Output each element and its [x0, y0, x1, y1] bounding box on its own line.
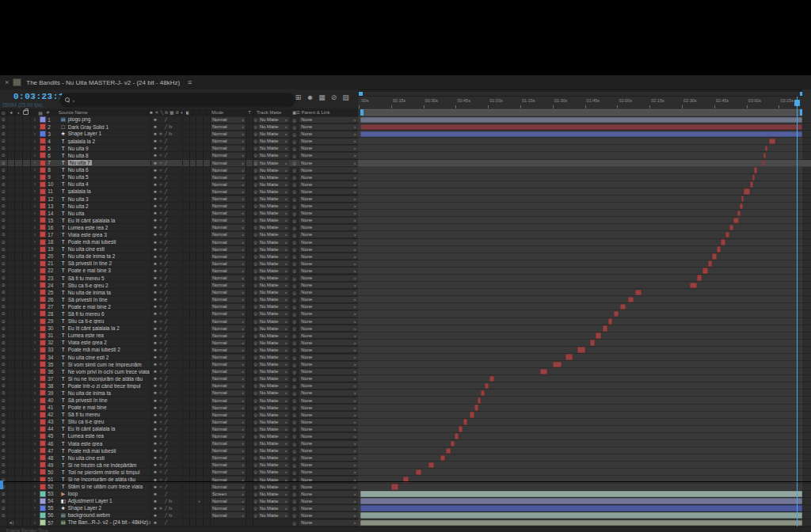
layer-source-name[interactable]: ★Shape Layer 2: [60, 505, 150, 511]
shy-switch[interactable]: ☻: [153, 348, 158, 352]
layer-solo-toggle[interactable]: [15, 426, 23, 432]
layer-duration-bar[interactable]: [481, 390, 485, 397]
layer-parent-link[interactable]: None∨: [299, 196, 358, 202]
layer-switch-cell[interactable]: [190, 354, 197, 360]
shy-switch[interactable]: ☻: [153, 203, 158, 208]
layer-source-name[interactable]: TNe vom privi în ochi cum trece viața: [60, 369, 150, 374]
layer-duration-bar[interactable]: [762, 160, 764, 166]
layer-solo-toggle[interactable]: [15, 491, 23, 497]
layer-lock-toggle[interactable]: [23, 491, 31, 497]
layer-blend-mode[interactable]: Normal∨: [211, 441, 246, 446]
layer-row-left[interactable]: ⊙›19TNu uita cine ești☻☀╱fxNormal∨◎No Ma…: [0, 246, 358, 253]
mode-column-header[interactable]: Mode: [207, 110, 246, 115]
layer-row-left[interactable]: ⊙›44TEu îți cânt şalalala la☻☀╱fxNormal∨…: [0, 426, 358, 433]
layer-switch-cell[interactable]: [190, 469, 197, 475]
layer-switches[interactable]: ☻☀╱fx: [150, 412, 183, 417]
layer-audio-toggle[interactable]: [8, 231, 16, 238]
layer-duration-bar[interactable]: [769, 139, 775, 145]
layer-solo-toggle[interactable]: [15, 210, 23, 216]
layer-audio-toggle[interactable]: [8, 375, 16, 382]
quality-icon[interactable]: ╲: [161, 110, 163, 115]
layer-expand-arrow[interactable]: ›: [31, 225, 40, 230]
layer-blend-mode[interactable]: Normal∨: [211, 246, 246, 252]
layer-parent-link[interactable]: None∨: [299, 131, 358, 137]
collapse-switch[interactable]: ☀: [159, 333, 163, 338]
layer-lock-toggle[interactable]: [23, 231, 31, 238]
layer-label-swatch[interactable]: [40, 462, 48, 468]
layer-parent-pickwhip[interactable]: ◎: [289, 167, 300, 173]
layer-preserve-transparency[interactable]: [246, 131, 253, 137]
layer-audio-toggle[interactable]: [8, 131, 16, 137]
layer-track-matte[interactable]: ◎No Matte∨: [253, 462, 289, 468]
quality-switch[interactable]: ╱: [165, 326, 167, 331]
layer-switch-cell[interactable]: [190, 203, 197, 209]
label-color-swatch[interactable]: [40, 390, 46, 396]
time-navigator[interactable]: [358, 91, 811, 97]
layer-row-track[interactable]: [358, 275, 811, 282]
layer-switch-cell[interactable]: [183, 505, 190, 511]
layer-expand-arrow[interactable]: ›: [31, 455, 40, 461]
layer-parent-link[interactable]: None∨: [299, 239, 358, 245]
layer-visibility-toggle[interactable]: ⊙: [0, 318, 8, 325]
layer-row-track[interactable]: [358, 296, 811, 303]
layer-solo-toggle[interactable]: [15, 289, 23, 295]
layer-source-name[interactable]: TNu uita 2: [60, 203, 150, 209]
layer-expand-arrow[interactable]: ›: [31, 232, 40, 238]
shy-switch[interactable]: ☻: [153, 398, 158, 403]
fx-switch[interactable]: fx: [169, 124, 172, 129]
layer-switch-cell[interactable]: [190, 512, 197, 519]
layer-expand-arrow[interactable]: ›: [31, 355, 40, 360]
layer-parent-pickwhip[interactable]: ◎: [289, 491, 300, 496]
motion-blur-icon[interactable]: ⊘: [175, 110, 179, 115]
layer-switches[interactable]: ☻☀╱fx: [150, 340, 183, 345]
layer-lock-toggle[interactable]: [23, 354, 31, 360]
shy-switch[interactable]: ☻: [153, 124, 158, 129]
layer-track-matte[interactable]: ◎No Matte∨: [253, 441, 289, 446]
layer-label-swatch[interactable]: [40, 332, 48, 339]
layer-switch-cell[interactable]: [183, 217, 190, 223]
label-color-swatch[interactable]: [40, 310, 46, 317]
layer-switch-cell[interactable]: [190, 210, 197, 216]
layer-blend-mode[interactable]: Normal∨: [211, 325, 246, 331]
layer-label-swatch[interactable]: [40, 160, 48, 166]
layer-name-text[interactable]: Eu îți cânt şalalala la 2: [68, 325, 120, 331]
collapse-switch[interactable]: ☀: [159, 203, 163, 208]
collapse-switch[interactable]: ☀: [159, 211, 163, 215]
layer-audio-toggle[interactable]: [8, 469, 16, 475]
layer-track-matte[interactable]: ◎No Matte∨: [253, 174, 289, 180]
shy-switch[interactable]: ☻: [153, 420, 158, 424]
layer-visibility-toggle[interactable]: ⊙: [0, 217, 8, 223]
layer-row-track[interactable]: [358, 282, 811, 289]
layer-name-text[interactable]: plogo.png: [68, 116, 91, 122]
layer-audio-toggle[interactable]: [8, 347, 16, 353]
layer-source-name[interactable]: TViața este grea: [60, 441, 150, 446]
layer-source-name[interactable]: TSă privești în tine: [60, 297, 150, 302]
layer-label-swatch[interactable]: [40, 325, 48, 332]
layer-parent-link[interactable]: None∨: [299, 139, 358, 144]
layer-preserve-transparency[interactable]: [246, 210, 253, 216]
layer-parent-link[interactable]: None∨: [299, 397, 358, 403]
layer-switch-cell[interactable]: [190, 419, 197, 425]
navigator-start-handle[interactable]: [359, 92, 363, 96]
layer-track-matte[interactable]: ◎No Matte∨: [253, 340, 289, 345]
layer-solo-toggle[interactable]: [15, 433, 23, 439]
layer-source-name[interactable]: TNu uita 8: [60, 153, 150, 158]
layer-preserve-transparency[interactable]: [246, 397, 253, 404]
layer-name-text[interactable]: Lumea este rea: [68, 433, 104, 439]
layer-row-left[interactable]: ⊙›14TNu uita☻☀╱fxNormal∨◎No Matte∨◎None∨: [0, 210, 358, 217]
layer-solo-toggle[interactable]: [15, 469, 23, 475]
layer-label-swatch[interactable]: [40, 231, 48, 238]
layer-switch-cell[interactable]: [196, 382, 204, 389]
layer-expand-arrow[interactable]: ›: [31, 196, 40, 202]
layer-lock-toggle[interactable]: [23, 116, 31, 123]
layer-switch-cell[interactable]: [183, 454, 190, 461]
collapse-switch[interactable]: ☀: [159, 383, 163, 388]
label-color-swatch[interactable]: [40, 419, 46, 425]
shy-switch[interactable]: ☻: [153, 247, 158, 252]
layer-audio-toggle[interactable]: [8, 138, 16, 144]
layer-duration-bar[interactable]: [360, 117, 802, 124]
shy-switch[interactable]: ☻: [153, 520, 158, 525]
label-column-icon[interactable]: ▤: [38, 110, 45, 116]
layer-source-name[interactable]: TPoate mă mai iubești: [60, 448, 150, 454]
shy-switch[interactable]: ☻: [153, 506, 158, 511]
